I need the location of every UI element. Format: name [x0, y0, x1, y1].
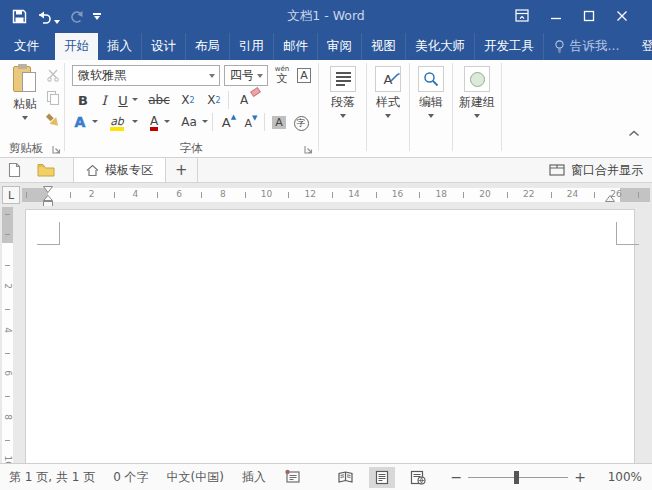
tab-mailings[interactable]: 邮件	[274, 33, 318, 60]
grow-font-button[interactable]: A▲	[220, 113, 238, 131]
v-ruler-tick	[5, 309, 10, 310]
word-count[interactable]: 0 个字	[113, 469, 148, 486]
font-dialog-launcher-icon[interactable]	[304, 143, 314, 153]
document-page[interactable]	[25, 209, 635, 463]
new-document-button[interactable]	[0, 158, 29, 182]
h-ruler-number: 18	[433, 189, 449, 199]
styles-group-button[interactable]: A 样式	[369, 66, 407, 118]
minimize-button[interactable]	[550, 7, 562, 26]
h-ruler-tick	[114, 192, 115, 198]
language-indicator[interactable]: 中文(中国)	[167, 469, 224, 486]
undo-button[interactable]	[36, 10, 60, 24]
status-left: 第 1 页, 共 1 页 0 个字 中文(中国) 插入	[0, 469, 300, 486]
h-ruler-tick	[288, 192, 289, 198]
phonetic-guide-button[interactable]: wén 文	[272, 63, 292, 87]
v-ruler-number: 8	[3, 412, 13, 423]
text-boundary-top-left-horizontal	[37, 244, 60, 245]
h-ruler-tick	[157, 192, 158, 198]
sign-in-button[interactable]: 登录	[629, 33, 652, 60]
highlight-button[interactable]: ab	[106, 112, 128, 130]
font-color-caret[interactable]	[162, 120, 170, 123]
format-painter-button[interactable]	[44, 112, 62, 130]
font-size-combo[interactable]: 四号	[224, 65, 268, 86]
new-group-button[interactable]: 新建组	[455, 66, 499, 118]
tab-insert[interactable]: 插入	[98, 33, 142, 60]
h-ruler-number: 12	[302, 189, 318, 199]
undo-dropdown-caret[interactable]	[54, 20, 60, 24]
open-document-button[interactable]	[29, 158, 63, 182]
strikethrough-button[interactable]: abc	[146, 91, 172, 109]
tab-file[interactable]: 文件	[0, 33, 53, 60]
bold-button[interactable]: B	[76, 91, 90, 109]
zoom-level[interactable]: 100%	[604, 470, 642, 484]
character-shading-button[interactable]: A	[270, 113, 288, 131]
customize-qat-button[interactable]	[93, 13, 101, 20]
tab-layout[interactable]: 布局	[186, 33, 230, 60]
font-name-combo[interactable]: 微软雅黑	[72, 65, 220, 86]
document-tab[interactable]: 模板专区	[73, 158, 166, 182]
horizontal-ruler[interactable]: 2468101214161820222426	[22, 188, 650, 202]
h-ruler-tick	[638, 192, 639, 198]
tell-me-box[interactable]: 告诉我...	[544, 33, 629, 60]
ruler-row: L 2468101214161820222426	[0, 183, 652, 206]
clipboard-group-label: 剪贴板	[2, 141, 50, 156]
superscript-button[interactable]: X2	[204, 91, 224, 109]
first-line-indent-marker[interactable]	[43, 186, 53, 193]
subscript-button[interactable]: X2	[178, 91, 198, 109]
zoom-slider[interactable]	[468, 471, 568, 484]
change-case-caret[interactable]	[200, 120, 208, 123]
underline-button[interactable]: U	[116, 91, 130, 109]
font-color-button[interactable]: A	[146, 112, 162, 130]
tab-stop-selector[interactable]: L	[2, 186, 20, 204]
h-ruler-number: 20	[477, 189, 493, 199]
text-effects-button[interactable]: A	[72, 113, 88, 131]
maximize-button[interactable]	[583, 7, 595, 26]
zoom-slider-thumb[interactable]	[514, 471, 519, 484]
h-ruler-number: 16	[390, 189, 406, 199]
underline-dropdown-caret[interactable]	[130, 98, 138, 101]
zoom-out-button[interactable]: −	[445, 469, 469, 485]
merge-windows-button[interactable]: 窗口合并显示	[549, 158, 652, 182]
clipboard-dialog-launcher-icon[interactable]	[52, 143, 62, 153]
paragraph-group-button[interactable]: 段落	[322, 66, 364, 118]
save-icon[interactable]	[12, 9, 27, 24]
status-bar: 第 1 页, 共 1 页 0 个字 中文(中国) 插入 − +	[0, 463, 652, 490]
macro-record-button[interactable]	[284, 469, 300, 486]
change-case-button[interactable]: Aa	[178, 113, 200, 131]
tab-review[interactable]: 审阅	[318, 33, 362, 60]
page-indicator[interactable]: 第 1 页, 共 1 页	[9, 469, 95, 486]
italic-button[interactable]: I	[98, 91, 110, 109]
collapse-ribbon-button[interactable]	[628, 126, 640, 140]
v-ruler-number: 2	[3, 280, 13, 291]
enclose-characters-button[interactable]: 字	[292, 114, 310, 132]
clear-formatting-button[interactable]: A	[236, 91, 252, 109]
h-ruler-number: 14	[346, 189, 362, 199]
tab-beautify-master[interactable]: 美化大师	[406, 33, 475, 60]
v-ruler-number: 10	[3, 456, 13, 464]
h-ruler-tick	[551, 192, 552, 198]
enclose-characters-icon: 字	[294, 116, 309, 131]
close-button[interactable]	[616, 7, 628, 26]
editing-group-button[interactable]: 编辑	[412, 66, 450, 118]
zoom-in-button[interactable]: +	[568, 469, 592, 485]
highlight-caret[interactable]	[130, 120, 138, 123]
text-boundary-top-left-vertical	[59, 222, 60, 245]
ribbon-display-options-icon[interactable]	[515, 7, 529, 26]
read-mode-button[interactable]	[333, 467, 359, 488]
print-layout-button[interactable]	[369, 467, 395, 488]
web-layout-button[interactable]	[405, 467, 431, 488]
tab-design[interactable]: 设计	[142, 33, 186, 60]
tab-developer[interactable]: 开发工具	[475, 33, 544, 60]
text-effects-caret[interactable]	[90, 120, 98, 123]
paste-button[interactable]: 粘贴	[7, 64, 43, 120]
insert-mode-indicator[interactable]: 插入	[242, 469, 266, 486]
tab-view[interactable]: 视图	[362, 33, 406, 60]
tab-references[interactable]: 引用	[230, 33, 274, 60]
tab-home[interactable]: 开始	[55, 33, 98, 60]
right-indent-marker[interactable]	[605, 195, 615, 203]
vertical-ruler[interactable]: 246810	[2, 207, 13, 463]
new-tab-button[interactable]: +	[166, 158, 198, 182]
character-border-button[interactable]: A	[295, 66, 313, 84]
word-window: 文档1 - Word 文件 开始 插入 设计 布局 引用 邮件 审阅 视图 美化…	[0, 0, 652, 490]
shrink-font-button[interactable]: A▼	[242, 114, 260, 132]
